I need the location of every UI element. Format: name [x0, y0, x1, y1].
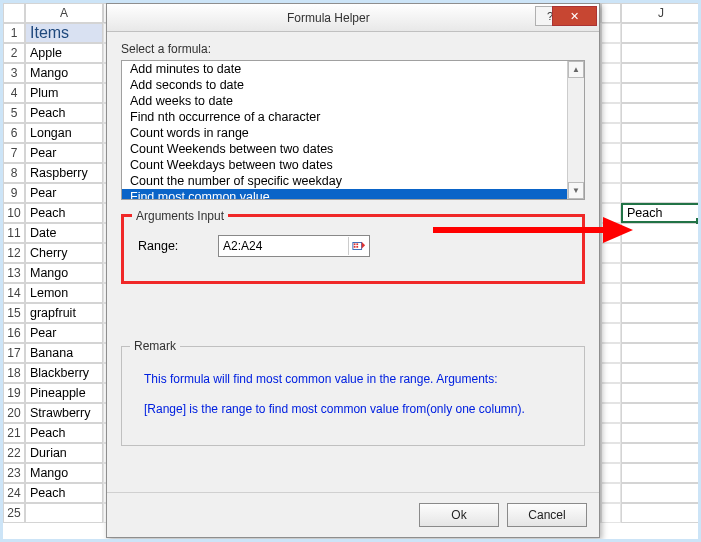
- row-header-15[interactable]: 15: [3, 303, 25, 323]
- row-header-14[interactable]: 14: [3, 283, 25, 303]
- cell-J20[interactable]: [621, 403, 701, 423]
- row-header-25[interactable]: 25: [3, 503, 25, 523]
- row-header-18[interactable]: 18: [3, 363, 25, 383]
- formula-item[interactable]: Count the number of specific weekday: [122, 173, 584, 189]
- dialog-titlebar[interactable]: Formula Helper ? ✕: [107, 4, 599, 32]
- row-header-19[interactable]: 19: [3, 383, 25, 403]
- row-header-13[interactable]: 13: [3, 263, 25, 283]
- cell-A14[interactable]: Lemon: [25, 283, 103, 303]
- row-header-4[interactable]: 4: [3, 83, 25, 103]
- cell-gap2-25: [601, 503, 621, 523]
- row-header-5[interactable]: 5: [3, 103, 25, 123]
- cell-J24[interactable]: [621, 483, 701, 503]
- row-header-22[interactable]: 22: [3, 443, 25, 463]
- row-header-23[interactable]: 23: [3, 463, 25, 483]
- range-input[interactable]: A2:A24: [218, 235, 370, 257]
- col-header-J[interactable]: J: [621, 3, 701, 23]
- cell-A3[interactable]: Mango: [25, 63, 103, 83]
- cell-A9[interactable]: Pear: [25, 183, 103, 203]
- row-header-10[interactable]: 10: [3, 203, 25, 223]
- cell-A4[interactable]: Plum: [25, 83, 103, 103]
- row-header-2[interactable]: 2: [3, 43, 25, 63]
- cell-J5[interactable]: [621, 103, 701, 123]
- cell-A15[interactable]: grapfruit: [25, 303, 103, 323]
- cell-A2[interactable]: Apple: [25, 43, 103, 63]
- range-picker-button[interactable]: [348, 237, 368, 255]
- formula-item[interactable]: Add seconds to date: [122, 77, 584, 93]
- row-header-21[interactable]: 21: [3, 423, 25, 443]
- cell-J10[interactable]: Peach: [621, 203, 701, 223]
- listbox-scrollbar[interactable]: ▲ ▼: [567, 61, 584, 199]
- cell-A12[interactable]: Cherry: [25, 243, 103, 263]
- cell-A6[interactable]: Longan: [25, 123, 103, 143]
- row-header-8[interactable]: 8: [3, 163, 25, 183]
- cell-A7[interactable]: Pear: [25, 143, 103, 163]
- cell-J4[interactable]: [621, 83, 701, 103]
- cell-A18[interactable]: Blackberry: [25, 363, 103, 383]
- sheet-corner[interactable]: [3, 3, 25, 23]
- cell-A24[interactable]: Peach: [25, 483, 103, 503]
- cell-A10[interactable]: Peach: [25, 203, 103, 223]
- cell-J1[interactable]: [621, 23, 701, 43]
- cell-A5[interactable]: Peach: [25, 103, 103, 123]
- row-header-17[interactable]: 17: [3, 343, 25, 363]
- formula-item[interactable]: Count Weekdays between two dates: [122, 157, 584, 173]
- cell-A25[interactable]: [25, 503, 103, 523]
- cell-gap2-8: [601, 163, 621, 183]
- cell-J6[interactable]: [621, 123, 701, 143]
- scroll-up-button[interactable]: ▲: [568, 61, 584, 78]
- formula-listbox[interactable]: Add minutes to dateAdd seconds to dateAd…: [121, 60, 585, 200]
- cell-J7[interactable]: [621, 143, 701, 163]
- cell-J15[interactable]: [621, 303, 701, 323]
- cell-A16[interactable]: Pear: [25, 323, 103, 343]
- cell-J12[interactable]: [621, 243, 701, 263]
- cell-J3[interactable]: [621, 63, 701, 83]
- cell-J17[interactable]: [621, 343, 701, 363]
- row-header-3[interactable]: 3: [3, 63, 25, 83]
- cell-A23[interactable]: Mango: [25, 463, 103, 483]
- cell-A22[interactable]: Durian: [25, 443, 103, 463]
- formula-item[interactable]: Count words in range: [122, 125, 584, 141]
- cell-A19[interactable]: Pineapple: [25, 383, 103, 403]
- ok-button[interactable]: Ok: [419, 503, 499, 527]
- cell-J18[interactable]: [621, 363, 701, 383]
- row-header-9[interactable]: 9: [3, 183, 25, 203]
- formula-item[interactable]: Find most common value: [122, 189, 584, 200]
- items-header-cell[interactable]: Items: [25, 23, 103, 43]
- cell-J2[interactable]: [621, 43, 701, 63]
- cell-A21[interactable]: Peach: [25, 423, 103, 443]
- cell-J16[interactable]: [621, 323, 701, 343]
- cell-J14[interactable]: [621, 283, 701, 303]
- formula-item[interactable]: Add weeks to date: [122, 93, 584, 109]
- cancel-button[interactable]: Cancel: [507, 503, 587, 527]
- cell-J19[interactable]: [621, 383, 701, 403]
- cell-A20[interactable]: Strawberry: [25, 403, 103, 423]
- row-header-20[interactable]: 20: [3, 403, 25, 423]
- row-header-7[interactable]: 7: [3, 143, 25, 163]
- row-header-6[interactable]: 6: [3, 123, 25, 143]
- cell-J9[interactable]: [621, 183, 701, 203]
- row-header-16[interactable]: 16: [3, 323, 25, 343]
- cell-A13[interactable]: Mango: [25, 263, 103, 283]
- row-header-12[interactable]: 12: [3, 243, 25, 263]
- cell-J25[interactable]: [621, 503, 701, 523]
- row-header-1[interactable]: 1: [3, 23, 25, 43]
- cell-J23[interactable]: [621, 463, 701, 483]
- row-header-11[interactable]: 11: [3, 223, 25, 243]
- cell-J11[interactable]: [621, 223, 701, 243]
- row-header-24[interactable]: 24: [3, 483, 25, 503]
- remark-legend: Remark: [130, 339, 180, 353]
- close-button[interactable]: ✕: [552, 6, 597, 26]
- cell-A8[interactable]: Raspberry: [25, 163, 103, 183]
- formula-item[interactable]: Count Weekends between two dates: [122, 141, 584, 157]
- cell-A11[interactable]: Date: [25, 223, 103, 243]
- cell-A17[interactable]: Banana: [25, 343, 103, 363]
- cell-J8[interactable]: [621, 163, 701, 183]
- cell-J22[interactable]: [621, 443, 701, 463]
- cell-J21[interactable]: [621, 423, 701, 443]
- cell-J13[interactable]: [621, 263, 701, 283]
- formula-item[interactable]: Add minutes to date: [122, 61, 584, 77]
- formula-item[interactable]: Find nth occurrence of a character: [122, 109, 584, 125]
- col-header-A[interactable]: A: [25, 3, 103, 23]
- scroll-down-button[interactable]: ▼: [568, 182, 584, 199]
